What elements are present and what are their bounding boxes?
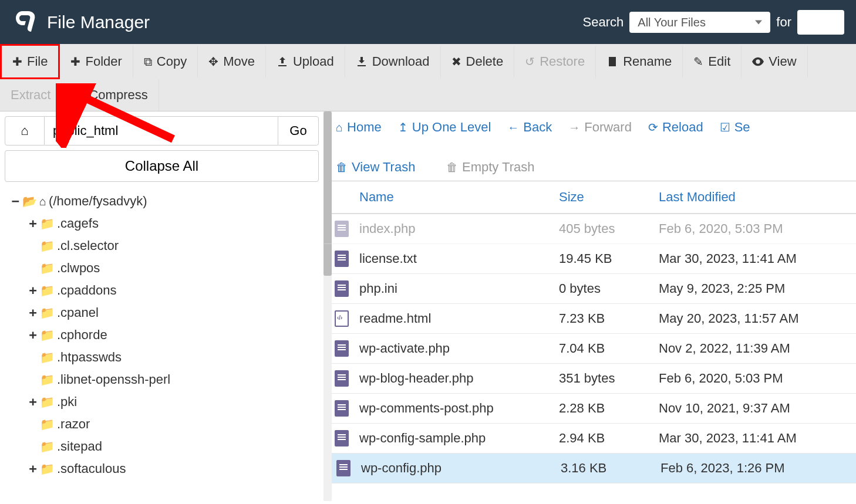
collapse-all-button[interactable]: Collapse All <box>5 150 319 182</box>
go-button[interactable]: Go <box>278 116 319 146</box>
delete-button[interactable]: ✖ Delete <box>441 46 515 77</box>
file-name: wp-comments-post.php <box>359 401 559 416</box>
folder-icon: 📁 <box>40 458 55 480</box>
sidebar: ⌂ Go Collapse All − 📂 ⌂ (/home/fysadvyk)… <box>0 111 324 501</box>
tree-item-label: .cpanel <box>57 302 99 324</box>
copy-button[interactable]: ⧉ Copy <box>133 46 198 77</box>
toolbar: ✚ File ✚ Folder ⧉ Copy ✥ Move Upload Dow… <box>0 44 856 111</box>
column-name[interactable]: Name <box>359 190 559 205</box>
new-file-button[interactable]: ✚ File <box>0 44 60 79</box>
file-name: wp-blog-header.php <box>359 371 559 386</box>
rename-icon <box>606 56 618 67</box>
upload-button[interactable]: Upload <box>266 46 345 77</box>
tree-item-label: .sitepad <box>57 435 102 458</box>
table-row[interactable]: readme.html7.23 KBMay 20, 2023, 11:57 AM <box>324 304 856 334</box>
file-size: 2.94 KB <box>559 431 659 446</box>
tree-item[interactable]: +📁.softaculous <box>28 458 313 480</box>
file-modified: Feb 6, 2023, 1:26 PM <box>660 461 856 476</box>
folder-icon: 📁 <box>40 368 55 391</box>
file-name: readme.html <box>359 311 559 326</box>
download-button[interactable]: Download <box>345 46 441 77</box>
back-arrow-icon: ← <box>507 121 519 134</box>
app-title: File Manager <box>47 12 150 32</box>
folder-icon: 📁 <box>40 279 55 302</box>
folder-icon: 📁 <box>40 391 55 413</box>
collapse-icon[interactable]: − <box>11 190 20 212</box>
expand-icon[interactable]: + <box>28 324 38 346</box>
folder-icon: 📁 <box>40 413 55 435</box>
table-row[interactable]: wp-config.php3.16 KBFeb 6, 2023, 1:26 PM <box>324 454 856 483</box>
forward-link[interactable]: →Forward <box>568 120 632 135</box>
table-row[interactable]: license.txt19.45 KBMar 30, 2023, 11:41 A… <box>324 244 856 274</box>
tree-item[interactable]: +📁.cphorde <box>28 324 313 346</box>
view-trash-link[interactable]: 🗑View Trash <box>336 160 430 175</box>
view-button[interactable]: View <box>742 46 807 77</box>
scrollbar[interactable] <box>323 111 332 501</box>
file-modified: Feb 6, 2020, 5:03 PM <box>659 221 856 236</box>
table-row[interactable]: wp-blog-header.php351 bytesFeb 6, 2020, … <box>324 364 856 394</box>
rename-button[interactable]: Rename <box>596 46 683 77</box>
search-scope-select[interactable]: All Your Files <box>629 12 770 33</box>
column-size[interactable]: Size <box>559 190 659 205</box>
expand-icon[interactable]: + <box>28 279 38 302</box>
new-folder-button[interactable]: ✚ Folder <box>60 46 133 77</box>
reload-link[interactable]: ⟳Reload <box>648 120 703 135</box>
table-row[interactable]: php.ini0 bytesMay 9, 2023, 2:25 PM <box>324 274 856 304</box>
restore-button[interactable]: ↺ Restore <box>514 46 596 77</box>
table-row[interactable]: wp-config-sample.php2.94 KBMar 30, 2023,… <box>324 424 856 454</box>
file-modified: May 20, 2023, 11:57 AM <box>659 311 856 326</box>
tree-item[interactable]: +📁.pki <box>28 391 313 413</box>
tree-item[interactable]: 📁.clwpos <box>28 257 313 279</box>
extract-button[interactable]: Extract <box>0 79 62 111</box>
back-link[interactable]: ←Back <box>507 120 552 135</box>
table-row[interactable]: wp-activate.php7.04 KBNov 2, 2022, 11:39… <box>324 334 856 364</box>
table-row[interactable]: wp-comments-post.php2.28 KBNov 10, 2021,… <box>324 394 856 424</box>
expand-icon[interactable]: + <box>28 458 38 480</box>
folder-icon: 📁 <box>40 435 55 458</box>
select-all-link[interactable]: ☑Se <box>720 120 750 135</box>
tree-item[interactable]: 📁.razor <box>28 413 313 435</box>
file-modified: Mar 30, 2023, 11:41 AM <box>659 251 856 266</box>
tree-item[interactable]: +📁.cagefs <box>28 212 313 235</box>
tree-item-label: .libnet-openssh-perl <box>57 368 170 391</box>
for-label: for <box>776 15 791 30</box>
file-name: wp-config.php <box>361 461 561 476</box>
home-button[interactable]: ⌂ <box>5 116 45 146</box>
tree-item-label: .htpasswds <box>57 346 122 368</box>
file-icon <box>335 251 349 267</box>
path-input[interactable] <box>45 116 278 146</box>
edit-button[interactable]: ✎ Edit <box>683 46 742 77</box>
tree-root[interactable]: − 📂 ⌂ (/home/fysadvyk) <box>11 190 313 212</box>
file-list: index.php405 bytesFeb 6, 2020, 5:03 PMli… <box>324 214 856 483</box>
file-modified: Nov 2, 2022, 11:39 AM <box>659 341 856 356</box>
tree-item[interactable]: +📁.cpaddons <box>28 279 313 302</box>
tree-item-label: .cagefs <box>57 212 99 235</box>
expand-icon[interactable]: + <box>28 391 38 413</box>
tree-item[interactable]: 📁.cl.selector <box>28 235 313 257</box>
expand-icon[interactable]: + <box>28 302 38 324</box>
tree-item[interactable]: 📁.libnet-openssh-perl <box>28 368 313 391</box>
tree-item-label: .razor <box>57 413 90 435</box>
tree-item[interactable]: 📁.sitepad <box>28 435 313 458</box>
expand-icon[interactable]: + <box>28 212 38 235</box>
empty-trash-link[interactable]: 🗑Empty Trash <box>446 160 534 175</box>
move-button[interactable]: ✥ Move <box>198 46 266 77</box>
column-modified[interactable]: Last Modified <box>659 190 856 205</box>
file-size: 351 bytes <box>559 371 659 386</box>
tree-item-label: .cpaddons <box>57 279 117 302</box>
pencil-icon: ✎ <box>693 55 703 69</box>
file-icon <box>335 370 349 387</box>
file-size: 2.28 KB <box>559 401 659 416</box>
table-row[interactable]: index.php405 bytesFeb 6, 2020, 5:03 PM <box>324 214 856 244</box>
file-modified: May 9, 2023, 2:25 PM <box>659 281 856 296</box>
file-icon <box>335 310 349 327</box>
delete-icon: ✖ <box>451 55 461 69</box>
up-level-link[interactable]: ↥Up One Level <box>398 120 491 135</box>
compress-button[interactable]: Compress <box>62 79 159 111</box>
content-pane: ⌂Home ↥Up One Level ←Back →Forward ⟳Relo… <box>324 111 856 501</box>
search-input[interactable] <box>797 10 844 35</box>
tree-item[interactable]: 📁.htpasswds <box>28 346 313 368</box>
home-link[interactable]: ⌂Home <box>336 120 382 135</box>
tree-item[interactable]: +📁.cpanel <box>28 302 313 324</box>
trash-icon: 🗑 <box>336 161 348 174</box>
